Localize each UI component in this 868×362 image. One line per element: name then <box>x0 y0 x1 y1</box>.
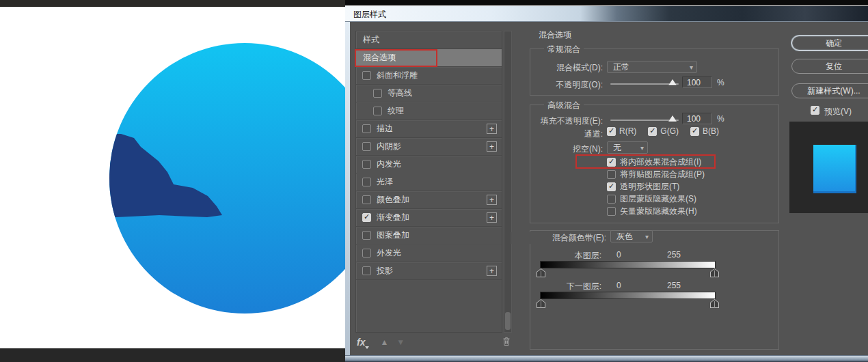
trash-icon[interactable] <box>502 336 511 348</box>
advanced-option-row[interactable]: 矢量蒙版隐藏效果(H) <box>607 205 705 217</box>
channels-label: 通道: <box>534 128 603 140</box>
dialog-titlebar[interactable]: 图层样式 <box>345 5 868 22</box>
style-checkbox[interactable] <box>362 231 371 240</box>
add-effect-button[interactable]: + <box>487 195 497 205</box>
style-list-item[interactable]: 图案叠加 <box>356 227 502 245</box>
style-list-item[interactable]: 混合选项 <box>356 49 502 67</box>
style-list-item[interactable]: 光泽 <box>356 173 502 191</box>
style-list-item[interactable]: 纹理 <box>356 102 502 120</box>
move-down-icon[interactable]: ▼ <box>396 337 405 347</box>
scrollbar-thumb[interactable] <box>505 312 511 330</box>
canvas-artwork <box>0 0 345 362</box>
channel-item[interactable]: R(R) <box>607 126 636 136</box>
add-effect-button[interactable]: + <box>487 212 497 223</box>
style-label: 颜色叠加 <box>377 194 409 206</box>
style-list-item[interactable]: 内发光 <box>356 156 502 173</box>
chevron-down-icon: ▾ <box>640 144 644 152</box>
add-effect-button[interactable]: + <box>487 124 497 134</box>
advanced-blending-label: 高级混合 <box>544 100 584 111</box>
fill-opacity-label: 填充不透明度(E): <box>507 115 603 127</box>
advanced-option-row[interactable]: 图层蒙版隐藏效果(S) <box>607 193 705 205</box>
this-layer-min: 0 <box>616 250 621 260</box>
style-checkbox[interactable] <box>362 249 371 257</box>
style-checkbox[interactable] <box>373 107 382 115</box>
style-list-item[interactable]: 渐变叠加 + <box>356 209 502 227</box>
add-effect-button[interactable]: + <box>487 141 497 152</box>
knockout-dropdown[interactable]: 无 ▾ <box>607 141 648 154</box>
channel-item[interactable]: G(G) <box>648 126 679 136</box>
preview-checkbox[interactable] <box>811 106 819 115</box>
style-checkbox[interactable] <box>362 142 371 151</box>
dialog-left-border <box>345 22 350 355</box>
style-list-item[interactable]: 外发光 <box>356 245 502 262</box>
style-list-item[interactable]: 投影 + <box>356 262 502 280</box>
style-checkbox[interactable] <box>362 266 371 275</box>
new-style-button[interactable]: 新建样式(W)... <box>791 83 868 98</box>
preview-gradient-square <box>813 145 856 193</box>
blend-mode-dropdown[interactable]: 正常 ▾ <box>607 61 697 73</box>
styles-scrollbar[interactable] <box>504 31 512 333</box>
style-label: 描边 <box>377 123 393 135</box>
chevron-down-icon: ▾ <box>690 64 693 71</box>
style-checkbox[interactable] <box>362 124 371 133</box>
advanced-option-row[interactable]: 透明形状图层(T) <box>607 180 705 193</box>
blend-mode-label: 混合模式(D): <box>514 62 603 74</box>
style-list-item[interactable]: 斜面和浮雕 <box>356 67 502 85</box>
move-up-icon[interactable]: ▲ <box>380 337 388 347</box>
channel-item[interactable]: B(B) <box>690 126 719 136</box>
fx-icon[interactable]: fx <box>357 337 365 348</box>
option-label: 将内部效果混合成组(I) <box>620 156 701 168</box>
panel-title: 混合选项 <box>539 29 571 41</box>
fill-opacity-unit: % <box>717 114 724 124</box>
option-label: 矢量蒙版隐藏效果(H) <box>620 206 697 217</box>
blend-if-label: 混合颜色带(E): <box>511 232 606 244</box>
style-label: 渐变叠加 <box>377 212 409 223</box>
style-list-item[interactable]: 内阴影 + <box>356 138 502 156</box>
fill-opacity-slider-handle[interactable] <box>668 115 677 122</box>
this-layer-max: 255 <box>667 250 681 260</box>
channel-checkbox[interactable] <box>648 127 657 136</box>
style-checkbox[interactable] <box>362 160 371 169</box>
general-blending-label: 常规混合 <box>544 44 584 55</box>
style-checkbox[interactable] <box>373 89 382 98</box>
blend-if-value: 灰色 <box>616 231 633 242</box>
style-label: 投影 <box>377 265 393 277</box>
fill-opacity-input[interactable]: 100 <box>682 113 712 124</box>
styles-header: 样式 <box>356 31 502 49</box>
advanced-option-row[interactable]: 将内部效果混合成组(I) <box>607 156 705 168</box>
channel-checkbox[interactable] <box>690 127 699 136</box>
style-checkbox[interactable] <box>362 195 371 204</box>
style-checkbox[interactable] <box>362 178 371 186</box>
style-checkbox[interactable] <box>362 71 371 80</box>
chevron-down-icon: ▾ <box>645 233 649 240</box>
option-checkbox[interactable] <box>607 195 616 204</box>
option-checkbox[interactable] <box>607 170 616 179</box>
ok-button[interactable]: 确定 <box>791 36 868 51</box>
style-list-item[interactable]: 描边 + <box>356 120 502 138</box>
add-effect-button[interactable]: + <box>487 266 497 276</box>
style-list-item[interactable]: 等高线 <box>356 85 502 102</box>
style-label: 内阴影 <box>377 141 401 152</box>
dialog-title: 图层样式 <box>353 9 386 20</box>
advanced-options-list: 将内部效果混合成组(I) 将剪贴图层混合成组(P) 透明形状图层(T) 图层蒙版… <box>607 156 705 217</box>
channel-checkbox[interactable] <box>607 127 616 136</box>
style-label: 光泽 <box>377 176 393 188</box>
channel-label: B(B) <box>703 126 719 136</box>
option-label: 将剪贴图层混合成组(P) <box>620 169 705 180</box>
style-preview-thumbnail <box>789 122 868 213</box>
opacity-input[interactable]: 100 <box>682 76 712 88</box>
app-background-strip <box>345 0 868 5</box>
style-checkbox[interactable] <box>362 213 371 222</box>
blend-if-dropdown[interactable]: 灰色 ▾ <box>610 230 653 242</box>
style-list-item[interactable]: 颜色叠加 + <box>356 191 502 209</box>
reset-button[interactable]: 复位 <box>791 59 868 74</box>
knockout-label: 挖空(N): <box>534 143 603 155</box>
opacity-slider-handle[interactable] <box>668 79 677 85</box>
this-layer-gradient-bar[interactable] <box>540 261 716 268</box>
option-checkbox[interactable] <box>607 158 616 167</box>
advanced-option-row[interactable]: 将剪贴图层混合成组(P) <box>607 168 705 180</box>
underlying-layer-gradient-bar[interactable] <box>540 292 716 299</box>
underlying-layer-label: 下一图层: <box>533 281 601 292</box>
option-checkbox[interactable] <box>607 182 616 191</box>
option-checkbox[interactable] <box>607 207 616 216</box>
